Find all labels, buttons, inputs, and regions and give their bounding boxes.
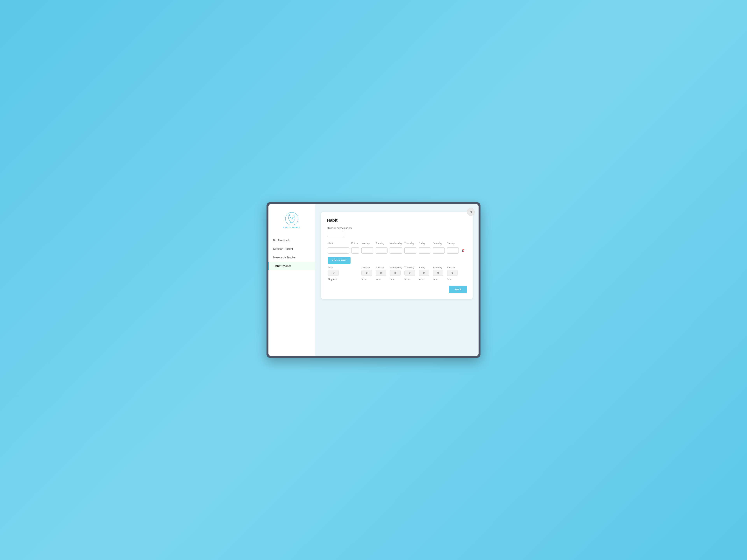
habit-points-input[interactable] [351,247,359,254]
col-header-delete [460,241,467,246]
total-monday: 0 [361,270,372,276]
day-win-tuesday: false [376,278,381,281]
habit-sunday-input[interactable] [447,247,459,254]
sidebar-item-mesocycle-tracker[interactable]: Mesocycle Tracker [268,253,315,262]
totals-sunday-label: Sunday [446,265,460,269]
delete-habit-button[interactable]: 🗑 [461,248,466,253]
day-win-row: Day win false false false false false fa… [327,276,467,282]
svg-point-0 [285,212,298,225]
min-day-label: Minimum day win points [327,227,467,230]
main-content: G Habit Minimum day win points Habit Poi… [315,204,479,356]
col-header-monday: Monday [360,241,375,246]
day-win-saturday: false [433,278,438,281]
total-thursday: 0 [405,270,415,276]
total-tuesday: 0 [376,270,386,276]
svg-point-2 [292,217,293,218]
habit-thursday-input[interactable] [405,247,416,254]
day-win-sunday: false [447,278,452,281]
habit-name-input[interactable] [328,247,349,254]
day-win-label: Day win [328,278,337,281]
totals-monday-label: Monday [360,265,375,269]
add-habit-button[interactable]: ADD HABIT [328,257,351,264]
totals-tuesday-label: Tuesday [375,265,389,269]
totals-wednesday-label: Wednesday [389,265,403,269]
day-win-friday: false [419,278,424,281]
total-sunday: 0 [447,270,458,276]
device-frame: DANIEL MUNRO Bio Feedback Nutrition Trac… [266,202,481,358]
day-win-wednesday: false [390,278,395,281]
col-header-habit: Habit [327,241,350,246]
totals-saturday-label: Saturday [432,265,446,269]
habit-tuesday-input[interactable] [376,247,387,254]
total-friday: 0 [419,270,429,276]
col-header-wednesday: Wednesday [389,241,403,246]
sidebar-item-bio-feedback[interactable]: Bio Feedback [268,236,315,245]
habit-table: Habit Points Monday Tuesday Wednesday Th… [327,241,467,282]
totals-header-row: Total Monday Tuesday Wednesday Thursday … [327,265,467,269]
day-win-thursday: false [405,278,410,281]
nav-items: Bio Feedback Nutrition Tracker Mesocycle… [268,234,315,272]
habit-table-wrapper: Habit Points Monday Tuesday Wednesday Th… [327,241,467,282]
sidebar: DANIEL MUNRO Bio Feedback Nutrition Trac… [268,204,315,356]
card-title: Habit [327,218,467,223]
day-win-monday: false [361,278,367,281]
total-wednesday: 0 [390,270,401,276]
save-button[interactable]: SAVE [449,286,467,293]
avatar[interactable]: G [467,208,475,216]
total-saturday: 0 [433,270,443,276]
total-value: 0 [328,270,339,276]
col-header-tuesday: Tuesday [375,241,389,246]
col-header-sunday: Sunday [446,241,460,246]
habit-saturday-input[interactable] [433,247,444,254]
min-day-input[interactable] [327,231,344,237]
col-header-thursday: Thursday [403,241,417,246]
totals-thursday-label: Thursday [403,265,417,269]
device-inner: DANIEL MUNRO Bio Feedback Nutrition Trac… [268,204,479,356]
totals-friday-label: Friday [417,265,432,269]
logo-area: DANIEL MUNRO [268,208,315,234]
habit-wednesday-input[interactable] [390,247,402,254]
totals-values-row: 0 0 0 0 [327,269,467,276]
habit-input-row: 🗑 [327,246,467,254]
habit-friday-input[interactable] [419,247,431,254]
sidebar-item-habit-tracker[interactable]: Habit Tracker [268,262,315,270]
add-habit-row: ADD HABIT [327,254,467,265]
col-header-friday: Friday [417,241,432,246]
habit-monday-input[interactable] [361,247,373,254]
logo-icon [285,212,299,225]
svg-point-1 [290,217,291,218]
col-header-points: Points [350,241,360,246]
habit-card: Habit Minimum day win points Habit Point… [321,212,473,299]
logo-text: DANIEL MUNRO [283,226,300,228]
totals-label: Total [327,265,350,269]
col-header-saturday: Saturday [432,241,446,246]
sidebar-item-nutrition-tracker[interactable]: Nutrition Tracker [268,245,315,253]
